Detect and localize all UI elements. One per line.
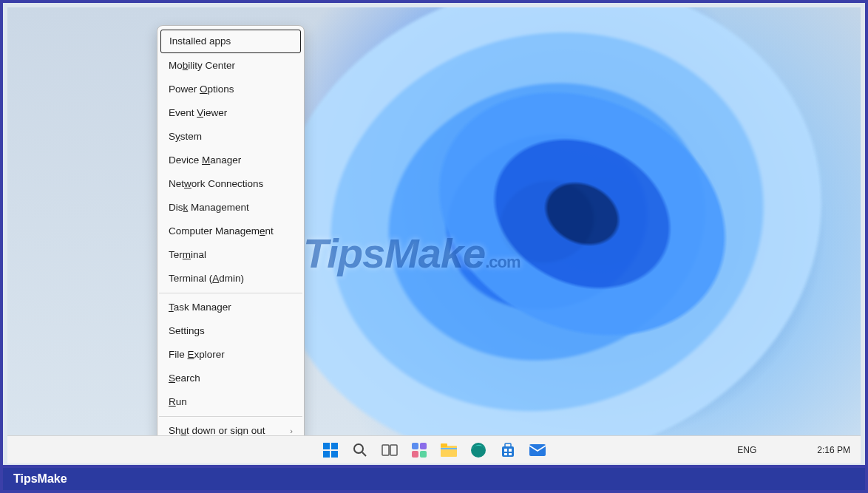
language-indicator[interactable]: ENG: [737, 445, 756, 455]
menu-item-label: Installed apps: [169, 34, 231, 49]
chevron-right-icon: ›: [290, 424, 293, 435]
widgets-icon[interactable]: [410, 441, 429, 460]
svg-rect-20: [504, 453, 507, 455]
svg-rect-0: [323, 443, 330, 449]
svg-rect-22: [529, 444, 546, 456]
desktop-wallpaper: [7, 7, 861, 435]
menu-item-label: Event Viewer: [169, 106, 227, 120]
winx-context-menu[interactable]: Installed appsMobility CenterPower Optio…: [157, 25, 305, 435]
menu-item-label: Terminal (Admin): [169, 271, 244, 286]
menu-item-label: Power Options: [169, 82, 234, 97]
menu-item-terminal-admin-[interactable]: Terminal (Admin): [160, 267, 302, 290]
svg-rect-2: [323, 451, 330, 458]
svg-rect-18: [504, 449, 507, 452]
svg-rect-14: [441, 448, 457, 449]
menu-item-shut-down-or-sign-out[interactable]: Shut down or sign out›: [160, 419, 302, 435]
menu-item-label: Disk Management: [169, 200, 249, 215]
menu-item-label: Network Connections: [169, 177, 263, 191]
menu-item-label: Device Manager: [169, 153, 241, 168]
outer-frame: TipsMake.com Installed appsMobility Cent…: [3, 3, 865, 465]
desktop[interactable]: TipsMake.com Installed appsMobility Cent…: [7, 7, 861, 435]
clock[interactable]: 2:16 PM: [817, 445, 850, 455]
menu-item-event-viewer[interactable]: Event Viewer: [160, 101, 302, 125]
search-icon[interactable]: [350, 441, 370, 460]
menu-item-mobility-center[interactable]: Mobility Center: [160, 54, 302, 78]
menu-item-computer-management[interactable]: Computer Management: [160, 220, 302, 243]
menu-item-label: Mobility Center: [169, 58, 235, 73]
svg-rect-21: [509, 453, 512, 455]
svg-rect-1: [331, 443, 338, 449]
menu-item-file-explorer[interactable]: File Explorer: [160, 343, 302, 367]
menu-separator: [159, 416, 302, 417]
explorer-icon[interactable]: [439, 441, 458, 460]
task-view-icon[interactable]: [380, 441, 399, 460]
edge-icon[interactable]: [469, 441, 488, 460]
menu-item-label: System: [169, 129, 202, 144]
menu-item-label: Task Manager: [169, 300, 231, 315]
svg-rect-9: [420, 443, 427, 449]
menu-item-run[interactable]: Run: [160, 390, 302, 414]
svg-rect-3: [331, 451, 338, 458]
menu-item-disk-management[interactable]: Disk Management: [160, 196, 302, 220]
svg-rect-6: [382, 445, 389, 455]
svg-rect-19: [509, 449, 512, 452]
menu-item-installed-apps[interactable]: Installed apps: [160, 30, 301, 53]
menu-item-terminal[interactable]: Terminal: [160, 243, 302, 267]
taskbar-center: [321, 441, 547, 460]
store-icon[interactable]: [498, 441, 518, 460]
menu-item-label: Settings: [169, 324, 205, 339]
start-button[interactable]: [321, 441, 340, 460]
menu-item-label: Computer Management: [169, 224, 274, 239]
menu-item-search[interactable]: Search: [160, 367, 302, 390]
mail-icon[interactable]: [528, 441, 547, 460]
svg-rect-10: [412, 451, 418, 458]
svg-rect-12: [441, 446, 457, 457]
footer-bar: TipsMake: [3, 468, 865, 490]
svg-rect-8: [412, 443, 418, 449]
menu-item-task-manager[interactable]: Task Manager: [160, 296, 302, 319]
menu-item-label: Run: [169, 395, 187, 409]
svg-rect-16: [502, 446, 514, 457]
menu-item-system[interactable]: System: [160, 125, 302, 149]
menu-item-label: Search: [169, 371, 200, 386]
menu-separator: [159, 293, 302, 293]
svg-line-5: [362, 452, 366, 456]
footer-brand: TipsMake: [13, 472, 67, 486]
menu-item-network-connections[interactable]: Network Connections: [160, 172, 302, 196]
menu-item-power-options[interactable]: Power Options: [160, 78, 302, 101]
svg-rect-13: [441, 443, 447, 447]
menu-item-settings[interactable]: Settings: [160, 319, 302, 343]
taskbar[interactable]: ENG 2:16 PM: [7, 435, 861, 463]
menu-item-label: File Explorer: [169, 347, 225, 362]
menu-item-device-manager[interactable]: Device Manager: [160, 149, 302, 172]
menu-item-label: Terminal: [169, 248, 206, 262]
svg-rect-11: [420, 451, 427, 458]
svg-rect-7: [390, 445, 397, 455]
system-tray[interactable]: ENG 2:16 PM: [737, 445, 850, 455]
menu-item-label: Shut down or sign out: [169, 424, 265, 435]
svg-point-4: [354, 444, 363, 453]
svg-rect-17: [505, 443, 511, 447]
